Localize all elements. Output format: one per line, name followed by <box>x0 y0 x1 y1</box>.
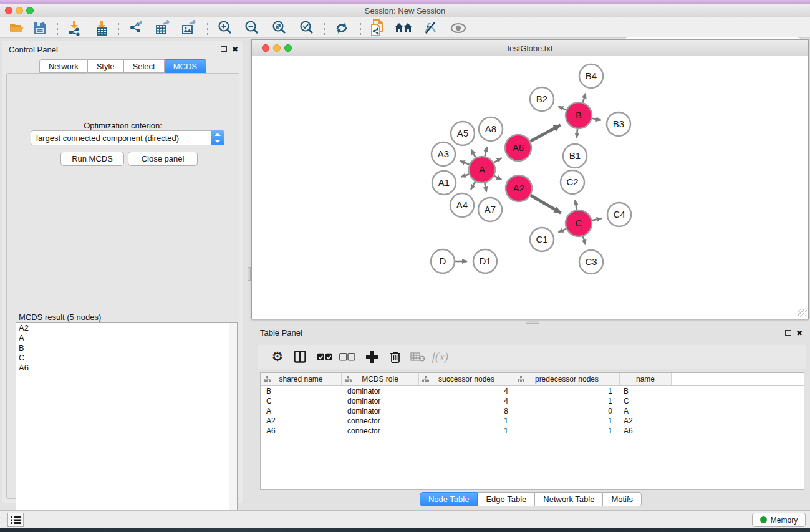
show-hide-panel-eye-icon[interactable] <box>448 19 469 36</box>
column-header-name[interactable]: name <box>620 373 672 385</box>
graph-edge[interactable] <box>592 218 602 220</box>
zoom-selected-icon[interactable] <box>296 19 317 36</box>
tab-motifs[interactable]: Motifs <box>603 492 642 506</box>
vertical-splitter-handle[interactable] <box>248 267 251 281</box>
graph-edge[interactable] <box>471 150 476 158</box>
graph-node-A[interactable]: A <box>469 157 495 183</box>
scrollbar[interactable] <box>229 323 237 526</box>
horizontal-splitter-handle[interactable] <box>526 321 539 324</box>
graph-edge[interactable] <box>592 118 600 120</box>
graph-edge[interactable] <box>461 174 469 177</box>
refresh-icon[interactable] <box>331 19 352 36</box>
graph-node-C1[interactable]: C1 <box>530 228 554 251</box>
close-panel-button[interactable]: Close panel <box>128 152 198 166</box>
hide-graphics-details-icon[interactable]: f <box>420 19 441 36</box>
table-row[interactable]: Bdominator41B <box>261 386 804 396</box>
graph-node-A4[interactable]: A4 <box>450 193 474 217</box>
tab-select[interactable]: Select <box>124 59 165 73</box>
graph-edge[interactable] <box>577 129 577 138</box>
new-session-from-network-icon[interactable] <box>367 19 388 36</box>
graph-node-A3[interactable]: A3 <box>432 142 455 166</box>
add-column-icon[interactable] <box>361 345 382 369</box>
export-network-icon[interactable] <box>125 19 147 36</box>
network-graph-canvas[interactable]: B4B2BB3A5A8A6A3B1AA1C2A2A4A7C4CC1C3DD1 <box>252 56 808 319</box>
graph-edge[interactable] <box>559 107 566 110</box>
column-chooser-icon[interactable] <box>289 345 311 369</box>
zoom-out-icon[interactable] <box>241 19 263 36</box>
graph-node-A6[interactable]: A6 <box>505 135 531 161</box>
criterion-dropdown[interactable]: largest connected component (directed) <box>31 130 224 145</box>
float-panel-icon[interactable] <box>221 46 227 52</box>
delete-column-trash-icon[interactable] <box>385 345 406 369</box>
graph-node-D1[interactable]: D1 <box>473 249 497 273</box>
settings-gear-icon[interactable]: ⚙ <box>267 345 288 369</box>
graph-edge[interactable] <box>583 94 586 102</box>
float-panel-icon[interactable] <box>785 330 791 336</box>
table-row[interactable]: Adominator80A <box>261 406 804 416</box>
mcds-result-list[interactable]: A2 A B C A6 <box>16 322 238 527</box>
graph-edge[interactable] <box>530 125 561 142</box>
graph-edge[interactable] <box>575 200 576 210</box>
graph-node-B3[interactable]: B3 <box>607 112 630 136</box>
delete-table-icon[interactable] <box>407 345 428 369</box>
graph-node-B2[interactable]: B2 <box>530 87 554 111</box>
graph-edge[interactable] <box>559 229 566 232</box>
import-network-icon[interactable] <box>64 19 85 36</box>
save-session-icon[interactable] <box>29 19 51 36</box>
tab-network[interactable]: Network <box>39 59 88 73</box>
zoom-in-icon[interactable] <box>215 19 236 36</box>
graph-edge[interactable] <box>460 161 470 165</box>
window-resize-grip[interactable] <box>798 309 807 317</box>
select-all-checks-icon[interactable] <box>314 345 335 369</box>
graph-edge[interactable] <box>494 176 502 180</box>
list-item[interactable]: B <box>16 343 237 353</box>
tab-node-table[interactable]: Node Table <box>420 492 478 506</box>
list-item[interactable]: C <box>16 353 237 363</box>
graph-node-B[interactable]: B <box>566 102 592 128</box>
close-panel-icon[interactable]: ✖ <box>232 45 238 54</box>
graph-node-C3[interactable]: C3 <box>579 250 603 274</box>
function-builder-icon[interactable]: f(x) <box>430 345 451 369</box>
graph-node-A2[interactable]: A2 <box>506 175 532 201</box>
table-row[interactable]: Cdominator41C <box>261 396 804 406</box>
table-row[interactable]: A6connector11A6 <box>261 426 804 436</box>
close-panel-icon[interactable]: ✖ <box>796 329 803 337</box>
task-history-list-button[interactable] <box>7 513 24 527</box>
open-file-icon[interactable] <box>6 19 27 36</box>
table-row[interactable]: A2connector11A2 <box>261 416 804 426</box>
deselect-all-checks-icon[interactable] <box>337 345 358 369</box>
list-item[interactable]: A6 <box>16 363 237 373</box>
column-header-predecessor-nodes[interactable]: predecessor nodes <box>514 373 620 385</box>
graph-edge[interactable] <box>531 195 561 213</box>
list-item[interactable]: A <box>16 333 237 343</box>
import-table-icon[interactable] <box>91 19 112 36</box>
list-item[interactable]: A2 <box>16 323 237 333</box>
graph-node-D[interactable]: D <box>431 249 455 273</box>
graph-node-B4[interactable]: B4 <box>579 64 603 88</box>
open-browser-home-icon[interactable] <box>393 19 414 36</box>
graph-edge[interactable] <box>471 181 475 190</box>
network-window-titlebar[interactable]: testGlobe.txt <box>252 40 808 56</box>
tab-edge-table[interactable]: Edge Table <box>478 492 535 506</box>
graph-node-A7[interactable]: A7 <box>478 198 502 221</box>
column-header-shared-name[interactable]: shared name <box>261 373 342 385</box>
column-header-successor-nodes[interactable]: successor nodes <box>419 373 514 385</box>
graph-node-A5[interactable]: A5 <box>451 122 475 145</box>
zoom-fit-icon[interactable] <box>269 19 290 36</box>
tab-style[interactable]: Style <box>88 59 124 73</box>
memory-button[interactable]: Memory <box>752 513 806 527</box>
graph-edge[interactable] <box>485 147 487 156</box>
tab-network-table[interactable]: Network Table <box>535 492 603 506</box>
graph-edge[interactable] <box>583 236 586 244</box>
graph-node-A1[interactable]: A1 <box>432 171 456 195</box>
tab-mcds[interactable]: MCDS <box>165 59 206 73</box>
graph-edge[interactable] <box>485 183 486 192</box>
graph-node-C2[interactable]: C2 <box>561 170 584 194</box>
graph-node-C4[interactable]: C4 <box>607 203 631 226</box>
graph-node-B1[interactable]: B1 <box>563 144 587 168</box>
run-mcds-button[interactable]: Run MCDS <box>60 152 124 166</box>
export-table-icon[interactable] <box>152 19 173 36</box>
column-header-mcds-role[interactable]: MCDS role <box>342 373 419 385</box>
node-table[interactable]: shared name MCDS role successor nodes pr… <box>260 372 804 490</box>
export-image-icon[interactable] <box>178 19 200 36</box>
